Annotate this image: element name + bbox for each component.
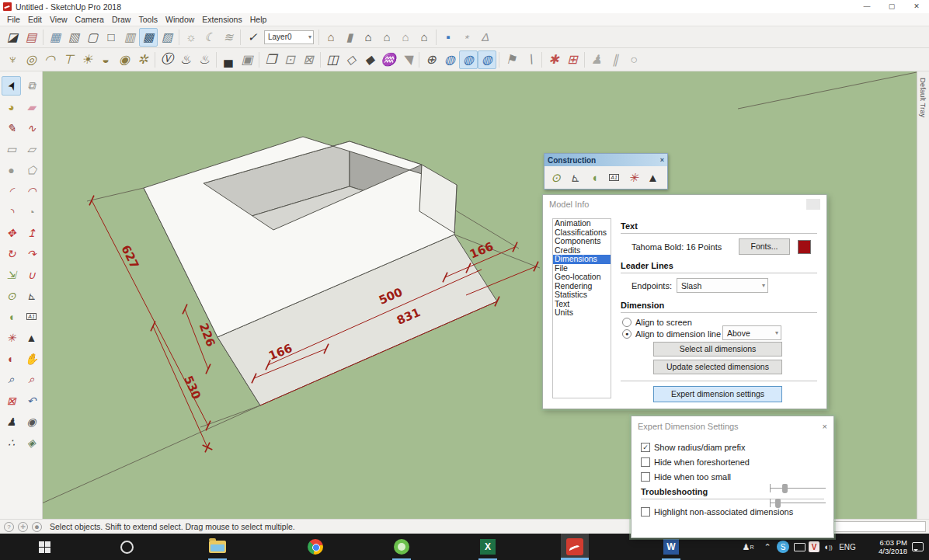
start-button[interactable] xyxy=(31,534,57,560)
construction-protractor[interactable]: ◖ xyxy=(585,168,604,187)
menu-item[interactable]: Window xyxy=(162,15,198,24)
clock[interactable]: 6:03 PM 4/3/2018 xyxy=(879,534,907,560)
style-monochrome[interactable]: ▨ xyxy=(158,28,176,47)
pen-small[interactable]: ∖ xyxy=(520,50,539,69)
camtasia-icon[interactable] xyxy=(388,534,415,560)
construction-3d-text[interactable]: ▲ xyxy=(643,168,663,187)
sketchup-taskbar-icon[interactable] xyxy=(561,534,589,560)
position-camera-tool[interactable]: ♟ xyxy=(2,412,21,431)
align-dropdown[interactable]: Above xyxy=(722,325,781,340)
style-wireframe[interactable]: ▢ xyxy=(83,28,102,47)
hide-when-foreshortened-option[interactable]: Hide when foreshortened xyxy=(641,457,824,467)
image-frame[interactable]: ▣ xyxy=(238,50,256,69)
chrome-icon[interactable] xyxy=(302,534,329,560)
lock-frame[interactable]: ⊠ xyxy=(299,50,318,69)
text-color-swatch[interactable] xyxy=(798,240,811,254)
file-explorer-icon[interactable] xyxy=(204,534,231,560)
style-hidden-line[interactable]: □ xyxy=(102,28,120,47)
too-small-slider[interactable] xyxy=(770,498,826,509)
sandbox-stamp[interactable]: ⊤ xyxy=(59,50,78,69)
style-shaded[interactable]: ▥ xyxy=(120,28,139,47)
house-dark[interactable]: ⌂ xyxy=(359,28,378,47)
update-selected-dimensions-button[interactable]: Update selected dimensions xyxy=(653,360,782,374)
vray-interactive-teapot[interactable]: ♨ xyxy=(195,50,214,69)
grid-red[interactable]: ⊞ xyxy=(563,50,582,69)
circle-tool[interactable]: ● xyxy=(2,160,21,179)
model-info-list-item[interactable]: Animation xyxy=(553,219,611,228)
shadow-toggle[interactable]: ☾ xyxy=(200,28,219,47)
excel-icon[interactable]: X xyxy=(475,534,501,560)
gear-red[interactable]: ✱ xyxy=(545,50,563,69)
model-info-list-item[interactable]: Units xyxy=(553,308,611,318)
account-status-icon[interactable]: ☻ xyxy=(32,522,42,532)
extension-2[interactable]: ﹡ xyxy=(458,28,476,47)
rotate-tool[interactable]: ↻ xyxy=(2,244,21,263)
globe-geolocation[interactable]: ◍ xyxy=(440,50,459,69)
protractor-tool[interactable]: ◖ xyxy=(2,307,21,326)
move-tool[interactable]: ✥ xyxy=(2,223,21,242)
arc-tool[interactable]: ◜ xyxy=(2,181,21,200)
previous-view-tool[interactable]: ↶ xyxy=(22,391,41,410)
expert-dimension-settings-button[interactable]: Expert dimension settings xyxy=(653,386,782,402)
section-display[interactable]: ◫ xyxy=(323,50,342,69)
select-tool[interactable]: ➤ xyxy=(2,76,21,96)
layer-combo[interactable]: Layer0 xyxy=(264,30,314,44)
foreshortened-slider[interactable] xyxy=(770,483,826,494)
eraser-tool[interactable]: ▰ xyxy=(22,97,41,117)
style-shaded-textures[interactable]: ▩ xyxy=(139,28,158,47)
sandbox-add-detail[interactable]: ◒ xyxy=(96,50,115,69)
pie-tool[interactable]: ◔ xyxy=(22,202,41,221)
model-info-list-item[interactable]: Dimensions xyxy=(553,255,611,264)
pan-tool[interactable]: ✋ xyxy=(22,349,41,368)
menu-item[interactable]: Edit xyxy=(24,15,46,24)
fur-grass[interactable]: ♒ xyxy=(379,50,398,69)
construction-tape-measure[interactable]: ⊙ xyxy=(546,168,565,187)
move-target[interactable]: ⊕ xyxy=(422,50,440,69)
freehand-tool[interactable]: ∿ xyxy=(22,118,41,137)
menu-item[interactable]: View xyxy=(46,15,71,24)
sandbox-drape[interactable]: ☀ xyxy=(78,50,96,69)
follow-me-tool[interactable]: ↷ xyxy=(22,244,41,263)
house-roof[interactable]: ⌂ xyxy=(378,28,396,47)
style-back-edges[interactable]: ▧ xyxy=(64,28,83,47)
menu-item[interactable]: Camera xyxy=(71,15,108,24)
rotated-rectangle-tool[interactable]: ▱ xyxy=(22,139,41,158)
small-tool-3[interactable]: ○ xyxy=(625,50,643,69)
construction-close-icon[interactable]: × xyxy=(660,156,664,164)
color-swatches[interactable]: ▤ xyxy=(22,28,40,47)
3d-text-tool[interactable]: ▲ xyxy=(22,328,41,347)
menu-item[interactable]: Extensions xyxy=(198,15,245,24)
zoom-tool[interactable]: ⌕ xyxy=(2,370,21,389)
minimize-button[interactable]: — xyxy=(854,0,879,12)
model-info-list-item[interactable]: Statistics xyxy=(553,290,611,300)
shadow-strip[interactable]: ▄ xyxy=(219,50,238,69)
endpoints-dropdown[interactable]: Slash xyxy=(677,278,768,293)
zoom-window-tool[interactable]: ⌕ xyxy=(22,370,41,389)
offset-tool[interactable]: ∪ xyxy=(22,265,41,284)
construction-axes[interactable]: ✳ xyxy=(624,168,643,187)
window-frame-2[interactable]: ⊡ xyxy=(280,50,299,69)
sandbox-from-contours[interactable]: ♆ xyxy=(3,50,22,69)
dimension-tool[interactable]: ⊾ xyxy=(22,286,41,305)
house-outline[interactable]: ⌂ xyxy=(396,28,415,47)
layer-visible-check[interactable]: ✓ xyxy=(243,28,262,47)
construction-dimension[interactable]: ⊾ xyxy=(565,168,585,187)
text-tool[interactable]: A1 xyxy=(22,307,41,326)
credits-status-icon[interactable]: ✛ xyxy=(18,522,28,532)
model-info-list-item[interactable]: Geo-location xyxy=(553,273,611,282)
globe-earth-1[interactable]: ◍ xyxy=(459,50,478,69)
vray-render-teapot[interactable]: ♨ xyxy=(176,50,195,69)
fog-toggle[interactable]: ≋ xyxy=(219,28,238,47)
small-tool-2[interactable]: ∥ xyxy=(606,50,625,69)
align-to-dimension-line-option[interactable]: ● Align to dimension line xyxy=(622,329,817,339)
fonts-button[interactable]: Fonts... xyxy=(739,238,790,255)
model-info-list-item[interactable]: Components xyxy=(553,237,611,246)
default-tray-tab[interactable]: Default Tray xyxy=(917,71,929,519)
orbit-tool[interactable]: ◐ xyxy=(2,349,21,368)
geolocation-status-icon[interactable]: ? xyxy=(4,522,14,532)
shadow-dialog[interactable]: ☼ xyxy=(182,28,200,47)
walk-tool[interactable]: ∴ xyxy=(2,433,21,452)
scale-tool[interactable]: ⇲ xyxy=(2,265,21,284)
rectangle-tool[interactable]: ▭ xyxy=(2,139,21,158)
sandbox-from-scratch[interactable]: ◎ xyxy=(22,50,40,69)
